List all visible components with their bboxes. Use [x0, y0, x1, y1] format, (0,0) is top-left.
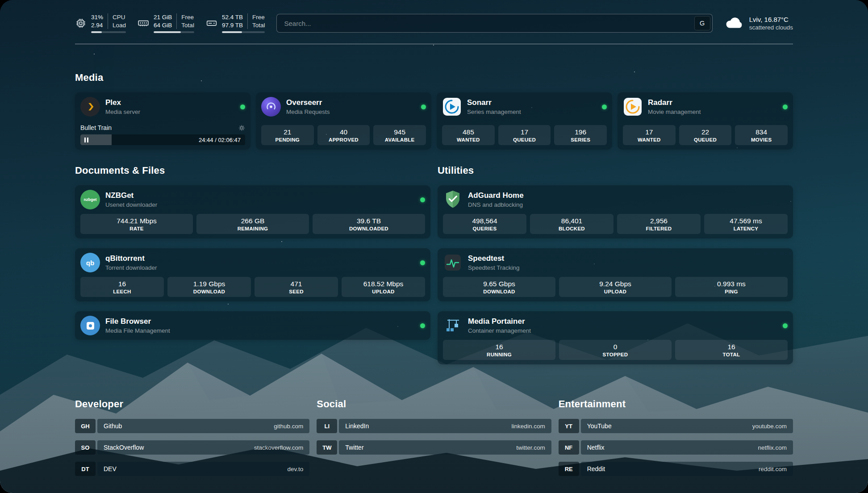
service-card-plex[interactable]: Plex Media server Bullet Train [75, 92, 250, 150]
bookmark-abbr: YT [559, 419, 579, 433]
filebrowser-icon [80, 316, 100, 335]
status-dot [420, 260, 425, 265]
radarr-icon [623, 97, 643, 117]
stat-downloaded: 39.6 TBDOWNLOADED [313, 214, 425, 234]
service-card-nzbget[interactable]: NZBGet Usenet downloader 744.21 MbpsRATE… [75, 185, 430, 238]
stat-stopped: 0STOPPED [559, 340, 672, 360]
search-input[interactable] [276, 14, 712, 33]
bookmark-linkedin[interactable]: LI LinkedInlinkedin.com [317, 419, 551, 433]
service-name: Media Portainer [468, 317, 531, 326]
memory-icon [138, 17, 149, 29]
bookmark-abbr: NF [559, 440, 579, 455]
status-dot [421, 104, 426, 109]
stat-blocked: 86,401BLOCKED [530, 214, 613, 234]
bookmark-dev[interactable]: DT DEVdev.to [75, 462, 309, 476]
stat-upload: 9.24 GbpsUPLOAD [559, 277, 672, 297]
stat-download: 1.19 GbpsDOWNLOAD [167, 277, 251, 297]
plex-icon [80, 97, 100, 117]
service-card-speedtest[interactable]: Speedtest Speedtest Tracking 9.65 GbpsDO… [438, 248, 793, 301]
bookmark-twitter[interactable]: TW Twittertwitter.com [317, 440, 551, 455]
section-title-documents: Documents & Files [75, 165, 430, 176]
cpu-values: 31%2.94 [91, 13, 103, 29]
service-name: Sonarr [467, 98, 521, 107]
service-subtitle: Usenet downloader [105, 201, 157, 208]
bookmark-netflix[interactable]: NF Netflixnetflix.com [559, 440, 793, 455]
service-subtitle: Movie management [648, 109, 701, 115]
service-subtitle: Speedtest Tracking [468, 264, 520, 271]
bookmark-reddit[interactable]: RE Redditreddit.com [559, 462, 793, 476]
cpu-labels: CPULoad [108, 13, 126, 29]
sonarr-icon [442, 97, 462, 117]
stat-upload: 618.52 MbpsUPLOAD [342, 277, 425, 297]
stat-pending: 21PENDING [261, 125, 314, 145]
cpu-icon [75, 17, 87, 29]
service-card-adguard[interactable]: AdGuard Home DNS and adblocking 498,564Q… [438, 185, 793, 238]
service-subtitle: Media server [105, 109, 140, 115]
service-card-radarr[interactable]: Radarr Movie management 17WANTED 22QUEUE… [618, 92, 793, 150]
section-title-utilities: Utilities [438, 165, 793, 176]
service-card-qbittorrent[interactable]: qBittorrent Torrent downloader 16LEECH 1… [75, 248, 430, 301]
stat-download: 9.65 GbpsDOWNLOAD [443, 277, 555, 297]
stat-queries: 498,564QUERIES [443, 214, 526, 234]
search-engine-button[interactable]: G [694, 16, 710, 30]
bookmark-abbr: LI [317, 419, 337, 433]
qbittorrent-icon [80, 253, 100, 272]
cloud-icon [724, 15, 744, 31]
status-dot [420, 197, 425, 202]
cpu-usage-bar [91, 31, 126, 33]
playback-time: 24:44 / 02:06:47 [199, 137, 241, 143]
search-bar: G [276, 14, 712, 33]
speedtest-icon [443, 253, 463, 272]
stat-wanted: 17WANTED [623, 125, 676, 145]
nzbget-icon [80, 190, 100, 209]
stat-latency: 47.569 msLATENCY [704, 214, 788, 234]
service-name: Plex [105, 98, 140, 107]
status-dot [783, 323, 788, 328]
bookmark-abbr: RE [559, 462, 579, 476]
adguard-icon [443, 190, 463, 209]
service-card-portainer[interactable]: Media Portainer Container management 16R… [438, 311, 793, 364]
stat-rate: 744.21 MbpsRATE [80, 214, 193, 234]
playback-progress-bar[interactable]: 24:44 / 02:06:47 [80, 134, 245, 145]
bookmark-abbr: DT [75, 462, 96, 476]
service-name: Speedtest [468, 254, 520, 263]
stat-running: 16RUNNING [443, 340, 555, 360]
service-name: Overseerr [286, 98, 330, 107]
bookmark-stackoverflow[interactable]: SO StackOverflowstackoverflow.com [75, 440, 309, 455]
stat-wanted: 485WANTED [442, 125, 495, 145]
service-card-filebrowser[interactable]: File Browser Media File Management [75, 311, 430, 340]
gear-icon[interactable] [238, 125, 245, 131]
service-card-sonarr[interactable]: Sonarr Series management 485WANTED 17QUE… [437, 92, 612, 150]
section-title-media: Media [75, 72, 793, 84]
service-card-overseerr[interactable]: Overseerr Media Requests 21PENDING 40APP… [256, 92, 431, 150]
weather-condition: scattered clouds [749, 24, 793, 32]
stat-series: 196SERIES [554, 125, 607, 145]
stat-available: 945AVAILABLE [373, 125, 426, 145]
status-dot [420, 323, 425, 328]
status-dot [783, 104, 788, 109]
service-name: qBittorrent [105, 254, 157, 263]
bookmark-abbr: SO [75, 440, 96, 455]
overseerr-icon [261, 97, 281, 117]
stat-queued: 22QUEUED [679, 125, 732, 145]
service-subtitle: Media Requests [286, 109, 330, 115]
service-name: NZBGet [105, 191, 157, 200]
stat-movies: 834MOVIES [735, 125, 788, 145]
bookmark-abbr: TW [317, 440, 337, 455]
stat-leech: 16LEECH [80, 277, 164, 297]
memory-labels: FreeTotal [176, 13, 194, 29]
bookmark-abbr: GH [75, 419, 96, 433]
stat-filtered: 2,956FILTERED [617, 214, 701, 234]
stat-approved: 40APPROVED [317, 125, 370, 145]
top-bar: 31%2.94 CPULoad [75, 13, 793, 33]
stat-queued: 17QUEUED [498, 125, 551, 145]
weather-location: Lviv, 16.87°C [749, 15, 793, 24]
status-dot [602, 104, 607, 109]
bookmark-github[interactable]: GH Githubgithub.com [75, 419, 309, 433]
stat-total: 16TOTAL [675, 340, 788, 360]
section-title-social: Social [317, 398, 551, 410]
bookmark-youtube[interactable]: YT YouTubeyoutube.com [559, 419, 793, 433]
pause-icon[interactable] [84, 138, 88, 142]
memory-usage-bar [154, 31, 194, 33]
service-subtitle: DNS and adblocking [468, 201, 524, 208]
